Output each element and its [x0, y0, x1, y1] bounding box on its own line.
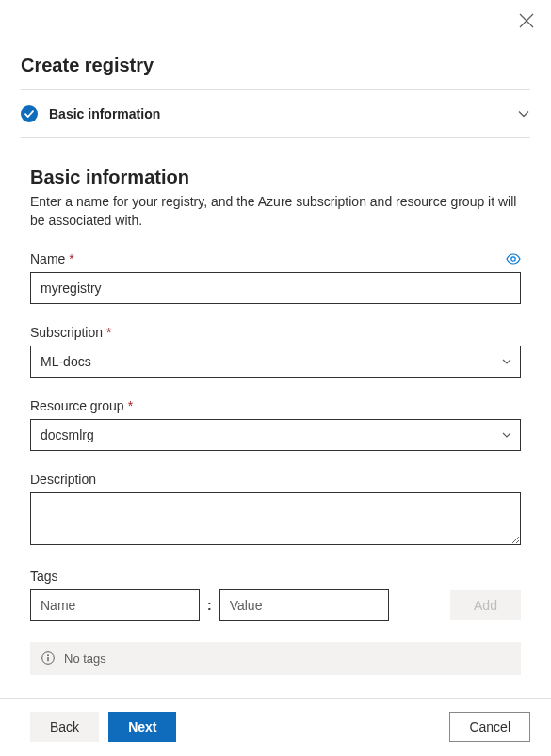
name-input[interactable]	[30, 272, 521, 304]
svg-point-2	[21, 105, 38, 122]
name-label: Name	[30, 251, 65, 266]
no-tags-text: No tags	[64, 651, 106, 666]
next-button[interactable]: Next	[108, 712, 176, 742]
tag-value-input[interactable]	[219, 589, 389, 621]
back-button[interactable]: Back	[30, 712, 99, 742]
required-indicator: *	[128, 398, 133, 413]
field-tags: Tags : Add No tags	[30, 569, 521, 675]
info-icon	[41, 651, 55, 665]
subscription-value: ML-docs	[41, 354, 501, 369]
subscription-select[interactable]: ML-docs	[30, 346, 521, 378]
chevron-down-icon	[501, 356, 512, 367]
chevron-down-icon	[517, 107, 530, 121]
eye-icon	[506, 253, 521, 265]
form-basic-info: Basic information Enter a name for your …	[0, 138, 551, 675]
tag-name-input[interactable]	[30, 589, 200, 621]
no-tags-message: No tags	[30, 642, 521, 675]
field-name: Name *	[30, 251, 521, 304]
field-subscription: Subscription * ML-docs	[30, 325, 521, 378]
preview-toggle[interactable]	[506, 253, 521, 265]
svg-point-5	[47, 654, 49, 656]
field-resource-group: Resource group * docsmlrg	[30, 398, 521, 451]
tags-separator: :	[207, 598, 212, 613]
cancel-button[interactable]: Cancel	[449, 712, 530, 742]
close-icon	[519, 13, 534, 28]
resource-group-label: Resource group	[30, 398, 124, 413]
svg-point-3	[511, 256, 515, 260]
form-subtext: Enter a name for your registry, and the …	[30, 192, 521, 231]
subscription-label: Subscription	[30, 325, 103, 340]
form-heading: Basic information	[30, 167, 521, 188]
resource-group-value: docsmlrg	[41, 427, 501, 442]
section-header-basic-info[interactable]: Basic information	[21, 90, 530, 137]
chevron-down-icon	[501, 429, 512, 441]
close-button[interactable]	[519, 13, 534, 31]
svg-rect-6	[47, 657, 48, 661]
section-header-label: Basic information	[49, 106, 517, 121]
description-label: Description	[30, 472, 96, 487]
required-indicator: *	[69, 251, 73, 266]
add-tag-button: Add	[450, 590, 521, 620]
description-input[interactable]	[30, 492, 521, 545]
required-indicator: *	[106, 325, 111, 340]
footer-actions: Back Next Cancel	[0, 699, 551, 742]
tags-label: Tags	[30, 569, 58, 584]
resource-group-select[interactable]: docsmlrg	[30, 419, 521, 451]
page-title: Create registry	[21, 0, 530, 89]
checkmark-circle-icon	[21, 105, 38, 122]
field-description: Description	[30, 472, 521, 548]
